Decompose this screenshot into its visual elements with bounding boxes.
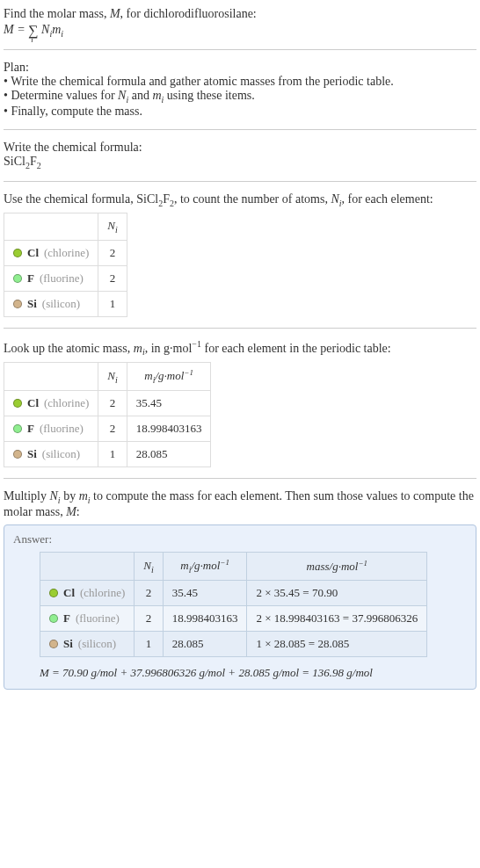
count-text-b: F [163,192,170,206]
element-name: (silicon) [42,447,80,461]
intro-text: Find the molar mass, M, for dichlorodifl… [4,7,476,21]
table-row: Cl(chlorine) 2 35.45 [4,391,211,416]
mass-text-a: Look up the atomic mass, [4,342,134,355]
plan-b2-m: m [152,89,161,102]
mass-mvar: m [134,342,142,355]
element-name: (chlorine) [44,246,89,260]
plan-b2a: • Determine values for [4,89,118,102]
table-row: Cl(chlorine) 2 [4,241,127,266]
element-dot-icon [13,274,22,283]
n-value: 2 [98,416,127,442]
compute-b: by [61,489,79,503]
table-row: F(fluorine) 2 18.998403163 [4,416,211,442]
table-row: Cl(chlorine) 2 35.45 2 × 35.45 = 70.90 [40,581,427,606]
plan-heading: Plan: [4,61,476,75]
element-symbol: F [27,271,34,286]
m-value: 35.45 [127,391,211,416]
element-symbol: F [27,422,34,436]
col-m-var: m [180,560,188,573]
compute-d: : [76,505,80,518]
final-eq: = 70.90 g/mol + 37.996806326 g/mol + 28.… [49,666,373,679]
element-symbol: Si [27,447,37,461]
count-text-d: , for each element: [342,192,433,206]
eq-n: N [41,23,49,36]
element-dot-icon [13,424,22,433]
count-text: Use the chemical formula, SiCl2F2, to co… [4,192,476,208]
element-cell: F(fluorine) [40,606,135,632]
compute-mv: M [66,505,76,518]
count-block: Use the chemical formula, SiCl2F2, to co… [4,189,476,321]
element-dot-icon [13,249,22,257]
divider [4,328,476,329]
mass-block: Look up the atomic mass, mi, in g·mol−1 … [4,336,476,471]
formula-sub2: 2 [37,161,41,170]
element-dot-icon [49,589,58,597]
element-name: (silicon) [78,637,116,651]
divider [4,181,476,182]
m-value: 28.085 [163,632,247,657]
col-element [40,553,135,581]
mass-value: 1 × 28.085 = 28.085 [247,632,427,657]
formula-block: Write the chemical formula: SiCl2F2 [4,137,476,174]
intro-mvar: M [110,7,120,20]
col-n: Ni [98,213,127,241]
divider [4,478,476,479]
col-m-var: m [144,370,152,383]
answer-box: Answer: Ni mi/g·mol−1 mass/g·mol−1 Cl(ch… [4,524,476,690]
final-result: M = 70.90 g/mol + 37.996806326 g/mol + 2… [40,666,467,680]
element-dot-icon [49,640,58,648]
eq-eq: = [14,23,28,36]
col-n-var: N [107,369,115,382]
answer-label: Answer: [13,532,467,546]
col-m-exp: −1 [220,558,229,567]
count-text-a: Use the chemical formula, SiCl [4,192,158,206]
mass-text-b: , in g·mol [145,342,193,355]
col-m-exp: −1 [184,368,193,377]
col-mass-label: mass/g·mol [307,560,359,573]
element-symbol: Si [63,637,73,651]
m-value: 18.998403163 [127,416,211,442]
m-value: 28.085 [127,442,211,467]
m-value: 35.45 [163,581,247,606]
n-value: 1 [135,632,163,657]
mass-value: 2 × 35.45 = 70.90 [247,581,427,606]
compute-a: Multiply [4,489,50,503]
element-name: (silicon) [42,297,80,311]
col-m: mi/g·mol−1 [163,553,247,581]
n-value: 1 [98,442,127,467]
sigma-sub: i [31,35,33,44]
table-row: Si(silicon) 1 28.085 [4,442,211,467]
col-n: Ni [98,363,127,391]
element-dot-icon [13,450,22,459]
table-header-row: Ni mi/g·mol−1 [4,363,211,391]
col-m-unit: /g·mol [155,370,184,383]
intro-line1: Find the molar mass, [4,7,110,20]
eq-m: m [52,23,61,36]
col-n: Ni [135,553,163,581]
table-row: Si(silicon) 1 [4,292,127,317]
answer-table: Ni mi/g·mol−1 mass/g·mol−1 Cl(chlorine) … [40,552,427,657]
plan-block: Plan: • Write the chemical formula and g… [4,57,476,122]
compute-n: N [50,489,58,503]
col-mass: mass/g·mol−1 [247,553,427,581]
final-mvar: M [40,666,49,679]
count-table: Ni Cl(chlorine) 2 F(fluorine) 2 Si(silic… [4,213,127,317]
element-cell: Si(silicon) [4,292,98,317]
element-cell: F(fluorine) [4,416,98,442]
element-name: (fluorine) [40,271,84,286]
element-symbol: F [63,611,70,626]
mass-text: Look up the atomic mass, mi, in g·mol−1 … [4,339,476,357]
compute-block: Multiply Ni by mi to compute the mass fo… [4,486,476,693]
count-nvar: N [331,192,338,206]
n-value: 2 [98,266,127,292]
divider [4,129,476,130]
element-dot-icon [49,614,58,623]
count-text-c: , to count the number of atoms, [174,192,331,206]
divider [4,49,476,50]
eq-lhs: M [4,23,14,36]
element-name: (chlorine) [80,586,125,600]
table-row: F(fluorine) 2 [4,266,127,292]
col-n-sub: i [151,564,154,574]
n-value: 2 [98,241,127,266]
chemical-formula: SiCl2F2 [4,155,476,170]
